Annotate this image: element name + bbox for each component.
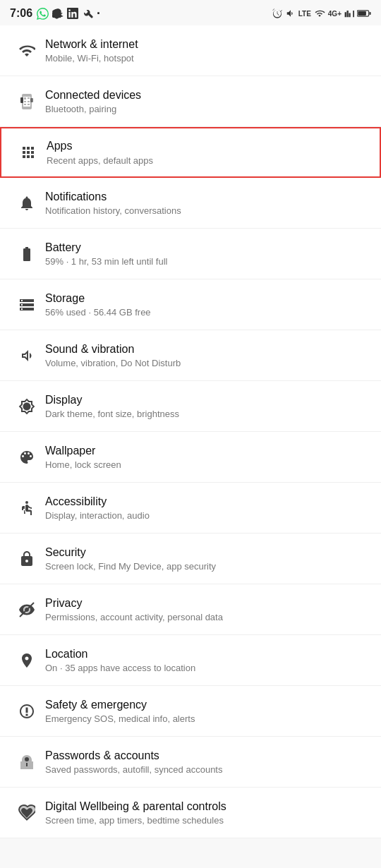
bell-icon [11,195,42,212]
wallpaper-icon [11,449,42,466]
display-subtitle: Dark theme, font size, brightness [45,409,370,419]
status-time: 7:06 [10,7,32,20]
wellbeing-icon [11,804,42,821]
settings-item-wellbeing[interactable]: Digital Wellbeing & parental controls Sc… [0,788,381,838]
wifi-icon [314,8,325,18]
apps-title: Apps [47,139,368,154]
status-bar: 7:06 · LTE 4G+ [0,0,381,25]
security-subtitle: Screen lock, Find My Device, app securit… [45,561,370,572]
settings-item-privacy[interactable]: Privacy Permissions, account activity, p… [0,584,381,635]
notifications-subtitle: Notification history, conversations [45,205,370,216]
linkedin-icon [67,8,78,19]
wellbeing-subtitle: Screen time, app timers, bedtime schedul… [45,815,370,826]
location-title: Location [45,647,370,662]
security-icon [11,550,42,567]
whatsapp-icon [37,8,49,20]
settings-item-accessibility[interactable]: Accessibility Display, interaction, audi… [0,483,381,534]
storage-icon [11,296,42,313]
settings-item-safety[interactable]: Safety & emergency Emergency SOS, medica… [0,686,381,737]
notification-dot: · [97,7,100,20]
snapchat-icon [52,8,64,19]
notifications-title: Notifications [45,190,370,205]
settings-item-storage[interactable]: Storage 56% used · 56.44 GB free [0,279,381,330]
svg-rect-3 [20,97,23,103]
settings-item-security[interactable]: Security Screen lock, Find My Device, ap… [0,534,381,584]
wallpaper-title: Wallpaper [45,444,370,459]
privacy-title: Privacy [45,596,370,611]
settings-item-battery[interactable]: Battery 59% · 1 hr, 53 min left until fu… [0,229,381,279]
wallpaper-subtitle: Home, lock screen [45,459,370,470]
sound-icon [11,347,42,364]
svg-rect-4 [30,98,33,102]
settings-item-passwords[interactable]: Passwords & accounts Saved passwords, au… [0,737,381,788]
settings-item-sound[interactable]: Sound & vibration Volume, vibration, Do … [0,330,381,381]
svg-rect-1 [358,11,366,16]
privacy-subtitle: Permissions, account activity, personal … [45,612,370,622]
battery-subtitle: 59% · 1 hr, 53 min left until full [45,256,370,267]
connected-devices-title: Connected devices [45,88,370,103]
battery-icon [357,9,371,18]
lte-icon: LTE [298,10,311,18]
security-title: Security [45,545,370,560]
passwords-icon [11,754,42,771]
status-left-icons: · [37,7,100,20]
settings-item-apps[interactable]: Apps Recent apps, default apps [0,127,381,178]
settings-item-network[interactable]: Network & internet Mobile, Wi-Fi, hotspo… [0,25,381,76]
display-title: Display [45,393,370,408]
signal-icon [344,8,354,18]
sound-title: Sound & vibration [45,342,370,357]
4g-icon: 4G+ [328,10,341,18]
svg-rect-2 [370,12,371,15]
accessibility-icon [11,500,42,517]
settings-item-notifications[interactable]: Notifications Notification history, conv… [0,178,381,229]
tools-icon [82,8,93,19]
location-subtitle: On · 35 apps have access to location [45,663,370,673]
network-subtitle: Mobile, Wi-Fi, hotspot [45,53,370,64]
devices-icon [11,93,42,110]
settings-item-location[interactable]: Location On · 35 apps have access to loc… [0,635,381,686]
safety-icon [11,703,42,720]
wifi-settings-icon [11,42,42,59]
apps-grid-icon [13,144,44,161]
safety-subtitle: Emergency SOS, medical info, alerts [45,713,370,724]
settings-item-display[interactable]: Display Dark theme, font size, brightnes… [0,381,381,432]
display-icon [11,398,42,415]
apps-subtitle: Recent apps, default apps [47,155,368,166]
settings-item-wallpaper[interactable]: Wallpaper Home, lock screen [0,432,381,483]
safety-title: Safety & emergency [45,698,370,713]
status-right-icons: LTE 4G+ [272,8,371,19]
settings-list: Network & internet Mobile, Wi-Fi, hotspo… [0,25,381,838]
passwords-subtitle: Saved passwords, autofill, synced accoun… [45,764,370,775]
sound-subtitle: Volume, vibration, Do Not Disturb [45,358,370,368]
passwords-title: Passwords & accounts [45,749,370,764]
alarm-icon [272,8,283,19]
location-icon [11,652,42,669]
network-title: Network & internet [45,37,370,52]
accessibility-title: Accessibility [45,495,370,510]
privacy-icon [11,601,42,618]
battery-title: Battery [45,241,370,255]
storage-title: Storage [45,291,370,306]
svg-point-7 [25,757,29,761]
volume-icon [286,8,296,18]
svg-point-5 [25,501,28,504]
settings-item-connected-devices[interactable]: Connected devices Bluetooth, pairing [0,76,381,127]
wellbeing-title: Digital Wellbeing & parental controls [45,800,370,814]
storage-subtitle: 56% used · 56.44 GB free [45,307,370,318]
accessibility-subtitle: Display, interaction, audio [45,510,370,521]
battery-settings-icon [11,246,42,263]
connected-devices-subtitle: Bluetooth, pairing [45,104,370,114]
